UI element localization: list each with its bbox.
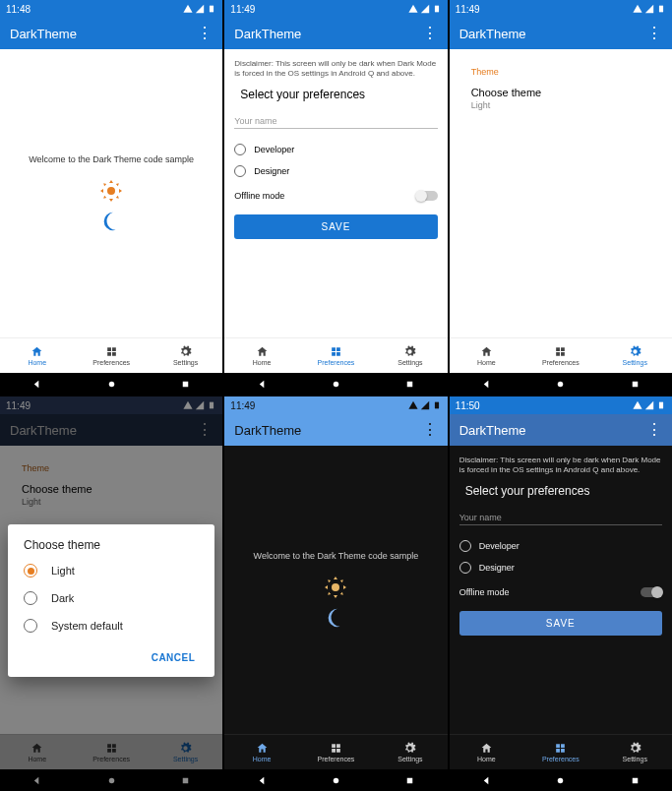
offline-label: Offline mode (459, 587, 510, 597)
nav-settings[interactable]: Settings (598, 338, 672, 373)
app-bar: DarkTheme ⋮ (0, 18, 222, 49)
nav-home[interactable]: Home (224, 338, 298, 373)
sun-icon (99, 179, 123, 203)
nav-settings[interactable]: Settings (149, 338, 222, 373)
theme-setting[interactable]: Theme Choose theme Light (459, 59, 662, 118)
app-title: DarkTheme (234, 423, 301, 438)
nav-settings[interactable]: Settings (373, 735, 447, 769)
dialog-option-dark[interactable]: Dark (24, 591, 199, 605)
dialog-option-system[interactable]: System default (24, 619, 199, 633)
nav-preferences[interactable]: Preferences (523, 735, 597, 769)
nav-home[interactable]: Home (450, 338, 523, 373)
screen-light-home: 11:48 DarkTheme ⋮ Welcome to the Dark Th… (0, 0, 222, 395)
svg-point-3 (334, 381, 339, 387)
moon-icon (100, 211, 122, 232)
app-title: DarkTheme (459, 27, 526, 41)
welcome-text: Welcome to the Dark Theme code sample (254, 551, 419, 561)
save-button[interactable]: SAVE (459, 611, 662, 636)
screen-dark-prefs: 11:50 DarkTheme⋮ Disclaimer: This screen… (450, 396, 672, 791)
svg-point-9 (332, 583, 339, 591)
role-designer[interactable]: Designer (459, 562, 662, 574)
nav-preferences[interactable]: Preferences (299, 338, 373, 373)
welcome-text: Welcome to the Dark Theme code sample (29, 154, 194, 164)
svg-rect-13 (633, 777, 639, 783)
screen-dark-home: 11:49 DarkTheme⋮ Welcome to the Dark The… (224, 396, 447, 791)
svg-point-10 (334, 777, 339, 783)
app-title: DarkTheme (10, 27, 77, 41)
svg-rect-6 (633, 381, 639, 387)
screen-light-prefs: 11:49 DarkTheme⋮ Disclaimer: This screen… (224, 0, 447, 395)
svg-rect-2 (183, 381, 189, 387)
status-time: 11:48 (6, 4, 31, 15)
bottom-nav: Home Preferences Settings (0, 337, 222, 373)
app-title: DarkTheme (234, 27, 301, 41)
role-developer[interactable]: Developer (234, 144, 437, 155)
svg-rect-11 (407, 777, 413, 783)
svg-point-12 (558, 777, 564, 783)
nav-settings[interactable]: Settings (598, 735, 672, 769)
status-time: 11:49 (456, 4, 480, 15)
nav-home[interactable]: Home (0, 338, 74, 373)
name-input[interactable] (234, 111, 437, 129)
status-time: 11:49 (230, 4, 255, 15)
overflow-icon[interactable]: ⋮ (422, 425, 438, 435)
offline-label: Offline mode (234, 191, 284, 201)
prefs-title: Select your preferences (240, 88, 437, 101)
status-time: 11:50 (456, 400, 480, 411)
overflow-icon[interactable]: ⋮ (646, 29, 662, 38)
save-button[interactable]: SAVE (234, 214, 437, 239)
nav-preferences[interactable]: Preferences (299, 735, 373, 769)
app-title: DarkTheme (459, 423, 526, 438)
offline-toggle[interactable] (641, 587, 662, 597)
theme-dialog: Choose theme Light Dark System default C… (8, 524, 214, 677)
moon-icon (325, 607, 346, 629)
sun-icon (324, 576, 347, 599)
offline-toggle[interactable] (416, 191, 438, 201)
nav-preferences[interactable]: Preferences (523, 338, 597, 373)
name-input[interactable] (459, 508, 662, 525)
role-developer[interactable]: Developer (459, 540, 662, 552)
nav-home[interactable]: Home (450, 735, 523, 769)
disclaimer-text: Disclaimer: This screen will only be dar… (459, 456, 662, 476)
dialog-option-light[interactable]: Light (24, 564, 199, 578)
screen-light-settings: 11:49 DarkTheme⋮ Theme Choose theme Ligh… (450, 0, 672, 395)
nav-settings[interactable]: Settings (373, 338, 447, 373)
overflow-icon[interactable]: ⋮ (197, 29, 213, 38)
status-icons (183, 4, 216, 14)
svg-point-1 (108, 381, 114, 387)
dialog-title: Choose theme (24, 538, 199, 552)
status-time: 11:49 (230, 400, 255, 411)
svg-rect-4 (407, 381, 413, 387)
svg-point-0 (107, 187, 115, 195)
setting-title: Choose theme (471, 87, 650, 98)
status-bar: 11:48 (0, 0, 222, 18)
system-nav (0, 373, 222, 395)
svg-point-5 (558, 381, 564, 387)
disclaimer-text: Disclaimer: This screen will only be dar… (234, 59, 437, 80)
overflow-icon[interactable]: ⋮ (646, 425, 662, 435)
setting-subtitle: Light (471, 100, 650, 110)
overflow-icon[interactable]: ⋮ (422, 29, 438, 38)
nav-preferences[interactable]: Preferences (74, 338, 148, 373)
role-designer[interactable]: Designer (234, 165, 437, 177)
dialog-cancel-button[interactable]: CANCEL (148, 646, 200, 669)
nav-home[interactable]: Home (224, 735, 298, 769)
section-label: Theme (471, 67, 650, 77)
prefs-title: Select your preferences (465, 484, 662, 498)
screen-dialog: 11:49 DarkTheme⋮ Theme Choose theme Ligh… (0, 396, 222, 791)
